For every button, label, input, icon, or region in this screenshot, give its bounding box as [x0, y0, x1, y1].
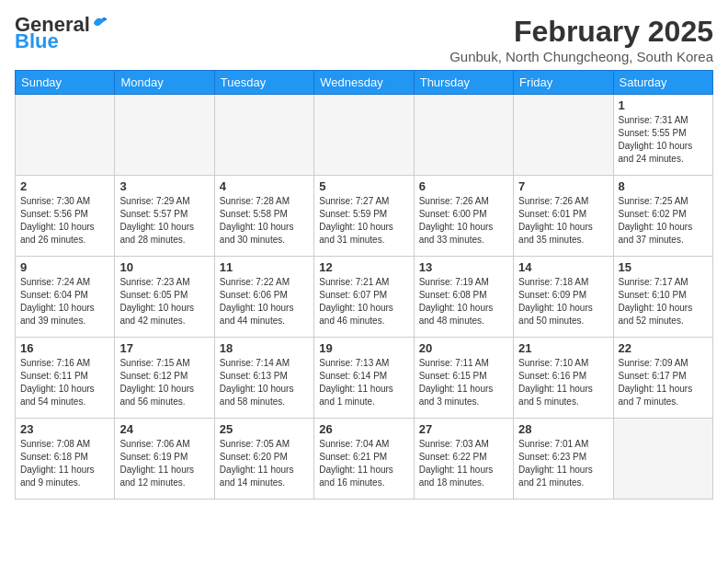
calendar-cell: 22Sunrise: 7:09 AM Sunset: 6:17 PM Dayli…	[613, 338, 712, 419]
calendar-cell: 14Sunrise: 7:18 AM Sunset: 6:09 PM Dayli…	[514, 257, 613, 338]
day-info: Sunrise: 7:15 AM Sunset: 6:12 PM Dayligh…	[119, 357, 209, 408]
day-info: Sunrise: 7:08 AM Sunset: 6:18 PM Dayligh…	[20, 438, 109, 489]
day-info: Sunrise: 7:28 AM Sunset: 5:58 PM Dayligh…	[220, 195, 309, 247]
calendar-week-4: 16Sunrise: 7:16 AM Sunset: 6:11 PM Dayli…	[16, 338, 713, 419]
day-info: Sunrise: 7:11 AM Sunset: 6:15 PM Dayligh…	[419, 357, 508, 408]
day-number: 6	[419, 179, 508, 193]
logo-bird-icon	[92, 15, 108, 31]
month-title: February 2025	[449, 15, 713, 49]
day-info: Sunrise: 7:04 AM Sunset: 6:21 PM Dayligh…	[319, 438, 408, 489]
day-number: 28	[518, 422, 608, 436]
day-number: 21	[518, 341, 608, 355]
calendar-cell: 27Sunrise: 7:03 AM Sunset: 6:22 PM Dayli…	[414, 419, 513, 500]
day-info: Sunrise: 7:13 AM Sunset: 6:14 PM Dayligh…	[319, 357, 408, 408]
title-area: February 2025 Gunbuk, North Chungcheong,…	[449, 15, 713, 64]
calendar-header-tuesday: Tuesday	[214, 71, 313, 95]
calendar-cell: 11Sunrise: 7:22 AM Sunset: 6:06 PM Dayli…	[214, 257, 313, 338]
day-info: Sunrise: 7:30 AM Sunset: 5:56 PM Dayligh…	[20, 195, 109, 247]
day-info: Sunrise: 7:21 AM Sunset: 6:07 PM Dayligh…	[319, 276, 408, 327]
calendar-cell: 15Sunrise: 7:17 AM Sunset: 6:10 PM Dayli…	[613, 257, 712, 338]
calendar-cell	[214, 95, 313, 176]
day-number: 18	[220, 341, 309, 355]
calendar-header-saturday: Saturday	[613, 71, 712, 95]
calendar-week-2: 2Sunrise: 7:30 AM Sunset: 5:56 PM Daylig…	[16, 176, 713, 257]
day-info: Sunrise: 7:25 AM Sunset: 6:02 PM Dayligh…	[619, 195, 708, 247]
calendar-cell	[514, 95, 613, 176]
day-number: 19	[319, 341, 408, 355]
calendar-week-1: 1Sunrise: 7:31 AM Sunset: 5:55 PM Daylig…	[16, 95, 713, 176]
day-number: 4	[220, 179, 309, 193]
calendar-cell: 17Sunrise: 7:15 AM Sunset: 6:12 PM Dayli…	[115, 338, 214, 419]
day-info: Sunrise: 7:05 AM Sunset: 6:20 PM Dayligh…	[220, 438, 309, 489]
calendar-cell: 28Sunrise: 7:01 AM Sunset: 6:23 PM Dayli…	[514, 419, 613, 500]
day-number: 10	[119, 260, 209, 274]
calendar-cell: 21Sunrise: 7:10 AM Sunset: 6:16 PM Dayli…	[514, 338, 613, 419]
day-number: 22	[619, 341, 708, 355]
calendar-cell	[613, 419, 712, 500]
day-info: Sunrise: 7:01 AM Sunset: 6:23 PM Dayligh…	[518, 438, 608, 489]
day-number: 11	[220, 260, 309, 274]
day-info: Sunrise: 7:26 AM Sunset: 6:00 PM Dayligh…	[419, 195, 508, 247]
calendar-header-wednesday: Wednesday	[314, 71, 414, 95]
day-info: Sunrise: 7:29 AM Sunset: 5:57 PM Dayligh…	[119, 195, 209, 247]
calendar-cell: 6Sunrise: 7:26 AM Sunset: 6:00 PM Daylig…	[414, 176, 513, 257]
calendar-week-3: 9Sunrise: 7:24 AM Sunset: 6:04 PM Daylig…	[16, 257, 713, 338]
calendar-week-5: 23Sunrise: 7:08 AM Sunset: 6:18 PM Dayli…	[16, 419, 713, 500]
day-number: 5	[319, 179, 408, 193]
day-number: 27	[419, 422, 508, 436]
day-info: Sunrise: 7:27 AM Sunset: 5:59 PM Dayligh…	[319, 195, 408, 247]
day-number: 3	[119, 179, 209, 193]
day-number: 12	[319, 260, 408, 274]
location-subtitle: Gunbuk, North Chungcheong, South Korea	[449, 49, 713, 64]
day-info: Sunrise: 7:03 AM Sunset: 6:22 PM Dayligh…	[419, 438, 508, 489]
calendar-cell: 20Sunrise: 7:11 AM Sunset: 6:15 PM Dayli…	[414, 338, 513, 419]
calendar-header-monday: Monday	[115, 71, 214, 95]
day-info: Sunrise: 7:06 AM Sunset: 6:19 PM Dayligh…	[119, 438, 209, 489]
day-number: 9	[20, 260, 109, 274]
calendar-cell: 23Sunrise: 7:08 AM Sunset: 6:18 PM Dayli…	[16, 419, 115, 500]
day-number: 13	[419, 260, 508, 274]
calendar-cell: 1Sunrise: 7:31 AM Sunset: 5:55 PM Daylig…	[613, 95, 712, 176]
calendar-cell: 2Sunrise: 7:30 AM Sunset: 5:56 PM Daylig…	[16, 176, 115, 257]
calendar-cell: 16Sunrise: 7:16 AM Sunset: 6:11 PM Dayli…	[16, 338, 115, 419]
day-info: Sunrise: 7:24 AM Sunset: 6:04 PM Dayligh…	[20, 276, 109, 327]
day-number: 16	[20, 341, 109, 355]
calendar-cell: 18Sunrise: 7:14 AM Sunset: 6:13 PM Dayli…	[214, 338, 313, 419]
day-info: Sunrise: 7:10 AM Sunset: 6:16 PM Dayligh…	[518, 357, 608, 408]
day-number: 17	[119, 341, 209, 355]
day-info: Sunrise: 7:17 AM Sunset: 6:10 PM Dayligh…	[619, 276, 708, 327]
day-number: 1	[619, 98, 708, 112]
calendar-cell	[16, 95, 115, 176]
day-number: 24	[119, 422, 209, 436]
calendar-cell: 10Sunrise: 7:23 AM Sunset: 6:05 PM Dayli…	[115, 257, 214, 338]
calendar-cell: 8Sunrise: 7:25 AM Sunset: 6:02 PM Daylig…	[613, 176, 712, 257]
day-number: 15	[619, 260, 708, 274]
day-number: 2	[20, 179, 109, 193]
day-info: Sunrise: 7:16 AM Sunset: 6:11 PM Dayligh…	[20, 357, 109, 408]
day-info: Sunrise: 7:23 AM Sunset: 6:05 PM Dayligh…	[119, 276, 209, 327]
day-info: Sunrise: 7:19 AM Sunset: 6:08 PM Dayligh…	[419, 276, 508, 327]
day-info: Sunrise: 7:18 AM Sunset: 6:09 PM Dayligh…	[518, 276, 608, 327]
day-number: 7	[518, 179, 608, 193]
calendar-header-row: SundayMondayTuesdayWednesdayThursdayFrid…	[16, 71, 713, 95]
day-info: Sunrise: 7:26 AM Sunset: 6:01 PM Dayligh…	[518, 195, 608, 247]
calendar-cell: 25Sunrise: 7:05 AM Sunset: 6:20 PM Dayli…	[214, 419, 313, 500]
calendar-cell: 3Sunrise: 7:29 AM Sunset: 5:57 PM Daylig…	[115, 176, 214, 257]
calendar-cell	[414, 95, 513, 176]
calendar-cell: 5Sunrise: 7:27 AM Sunset: 5:59 PM Daylig…	[314, 176, 414, 257]
calendar-header-sunday: Sunday	[16, 71, 115, 95]
day-info: Sunrise: 7:09 AM Sunset: 6:17 PM Dayligh…	[619, 357, 708, 408]
calendar-cell	[314, 95, 414, 176]
calendar-cell: 19Sunrise: 7:13 AM Sunset: 6:14 PM Dayli…	[314, 338, 414, 419]
day-number: 26	[319, 422, 408, 436]
calendar-table: SundayMondayTuesdayWednesdayThursdayFrid…	[15, 70, 713, 500]
calendar-header-friday: Friday	[514, 71, 613, 95]
calendar-cell	[115, 95, 214, 176]
calendar-cell: 12Sunrise: 7:21 AM Sunset: 6:07 PM Dayli…	[314, 257, 414, 338]
day-number: 14	[518, 260, 608, 274]
logo: General Blue	[15, 15, 108, 52]
calendar-cell: 24Sunrise: 7:06 AM Sunset: 6:19 PM Dayli…	[115, 419, 214, 500]
calendar-header-thursday: Thursday	[414, 71, 513, 95]
day-number: 8	[619, 179, 708, 193]
day-number: 20	[419, 341, 508, 355]
